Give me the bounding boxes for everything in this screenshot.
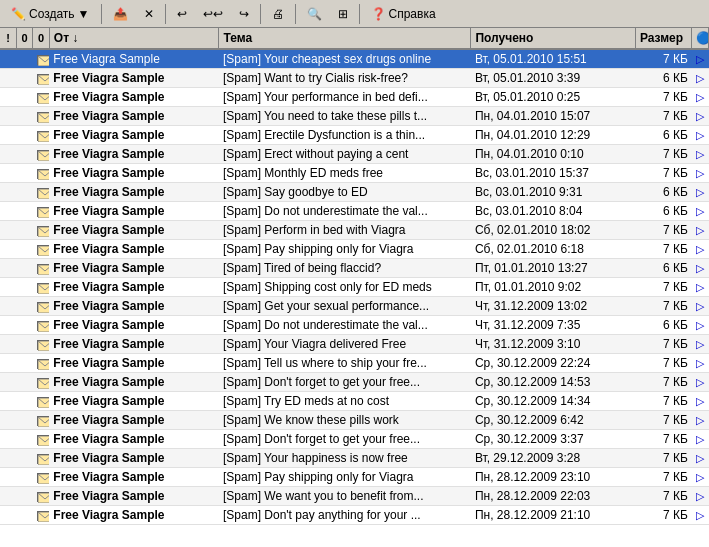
- envelope-icon: [37, 93, 49, 103]
- attach-cell: [16, 354, 32, 373]
- create-dropdown-icon[interactable]: ▼: [78, 7, 90, 21]
- flag-cell: [0, 487, 16, 506]
- spam-flag-icon: ▷: [696, 281, 704, 293]
- col-header-attach[interactable]: 0: [16, 28, 32, 49]
- print-button[interactable]: 🖨: [265, 4, 291, 24]
- table-row[interactable]: Free Viagra Sample [Spam] Tired of being…: [0, 259, 709, 278]
- table-row[interactable]: Free Viagra Sample [Spam] Tell us where …: [0, 354, 709, 373]
- received-cell: Вт, 05.01.2010 0:25: [471, 88, 636, 107]
- spam-flag-icon: ▷: [696, 471, 704, 483]
- table-row[interactable]: Free Viagra Sample [Spam] Your happiness…: [0, 449, 709, 468]
- envelope-icon: [37, 473, 49, 483]
- table-row[interactable]: Free Viagra Sample [Spam] Don't forget t…: [0, 373, 709, 392]
- find-button[interactable]: ⊞: [331, 4, 355, 24]
- from-cell: Free Viagra Sample: [49, 183, 219, 202]
- from-cell: Free Viagra Sample: [49, 487, 219, 506]
- spam-cell: ▷: [692, 316, 709, 335]
- subject-cell: [Spam] Erectile Dysfunction is a thin...: [219, 126, 471, 145]
- col-header-spam[interactable]: 🔵: [692, 28, 709, 49]
- table-row[interactable]: Free Viagra Sample [Spam] Pay shipping o…: [0, 468, 709, 487]
- reply-all-button[interactable]: ↩↩: [196, 4, 230, 24]
- table-row[interactable]: Free Viagra Sample [Spam] Get your sexua…: [0, 297, 709, 316]
- table-row[interactable]: Free Viagra Sample [Spam] We want you to…: [0, 487, 709, 506]
- from-cell: Free Viagra Sample: [49, 202, 219, 221]
- received-cell: Пт, 01.01.2010 13:27: [471, 259, 636, 278]
- flag-cell: [0, 107, 16, 126]
- from-cell: Free Viagra Sample: [49, 411, 219, 430]
- received-cell: Вс, 03.01.2010 15:37: [471, 164, 636, 183]
- envelope-icon: [37, 264, 49, 274]
- attach-cell: [16, 259, 32, 278]
- envelope-icon: [37, 511, 49, 521]
- table-row[interactable]: Free Viagra Sample [Spam] Don't pay anyt…: [0, 506, 709, 525]
- table-row[interactable]: Free Viagra Sample [Spam] Your Viagra de…: [0, 335, 709, 354]
- col-header-read[interactable]: 0: [33, 28, 49, 49]
- table-row[interactable]: Free Viagra Sample [Spam] We know these …: [0, 411, 709, 430]
- table-row[interactable]: Free Viagra Sample [Spam] You need to ta…: [0, 107, 709, 126]
- read-cell: [33, 107, 49, 126]
- delete-icon: ✕: [144, 7, 154, 21]
- create-icon: ✏️: [11, 7, 26, 21]
- attach-cell: [16, 449, 32, 468]
- send-recv-button[interactable]: 📤: [106, 4, 135, 24]
- create-button[interactable]: ✏️ Создать ▼: [4, 4, 97, 24]
- separator-3: [260, 4, 261, 24]
- read-cell: [33, 240, 49, 259]
- spam-flag-icon: ▷: [696, 319, 704, 331]
- attach-cell: [16, 506, 32, 525]
- forward-icon: ↪: [239, 7, 249, 21]
- subject-cell: [Spam] Your cheapest sex drugs online: [219, 49, 471, 69]
- table-row[interactable]: Free Viagra Sample [Spam] Don't forget t…: [0, 430, 709, 449]
- email-table: ! 0 0 От ↓ Тема Получено Размер 🔵 Free V…: [0, 28, 709, 525]
- from-cell: Free Viagra Sample: [49, 430, 219, 449]
- col-header-from[interactable]: От ↓: [49, 28, 219, 49]
- table-row[interactable]: Free Viagra Sample [Spam] Want to try Ci…: [0, 69, 709, 88]
- print-icon: 🖨: [272, 7, 284, 21]
- table-row[interactable]: Free Viagra Sample [Spam] Erect without …: [0, 145, 709, 164]
- help-button[interactable]: ❓ Справка: [364, 4, 443, 24]
- attach-cell: [16, 49, 32, 69]
- col-header-received[interactable]: Получено: [471, 28, 636, 49]
- table-row[interactable]: Free Viagra Sample [Spam] Do not underes…: [0, 202, 709, 221]
- received-cell: Пн, 28.12.2009 22:03: [471, 487, 636, 506]
- spam-cell: ▷: [692, 202, 709, 221]
- size-cell: 6 КБ: [635, 126, 692, 145]
- delete-button[interactable]: ✕: [137, 4, 161, 24]
- table-row[interactable]: Free Viagra Sample [Spam] Pay shipping o…: [0, 240, 709, 259]
- spam-flag-icon: ▷: [696, 300, 704, 312]
- table-row[interactable]: Free Viagra Sample [Spam] Try ED meds at…: [0, 392, 709, 411]
- table-row[interactable]: Free Viagra Sample [Spam] Say goodbye to…: [0, 183, 709, 202]
- spam-flag-icon: ▷: [696, 243, 704, 255]
- spam-flag-icon: ▷: [696, 53, 704, 65]
- col-header-size[interactable]: Размер: [635, 28, 692, 49]
- table-row[interactable]: Free Viagra Sample [Spam] Your cheapest …: [0, 49, 709, 69]
- spam-flag-icon: ▷: [696, 91, 704, 103]
- table-row[interactable]: Free Viagra Sample [Spam] Erectile Dysfu…: [0, 126, 709, 145]
- spam-cell: ▷: [692, 126, 709, 145]
- size-cell: 7 КБ: [635, 411, 692, 430]
- col-header-subject[interactable]: Тема: [219, 28, 471, 49]
- table-row[interactable]: Free Viagra Sample [Spam] Perform in bed…: [0, 221, 709, 240]
- received-cell: Сб, 02.01.2010 6:18: [471, 240, 636, 259]
- subject-cell: [Spam] Don't pay anything for your ...: [219, 506, 471, 525]
- read-cell: [33, 164, 49, 183]
- search-button[interactable]: 🔍: [300, 4, 329, 24]
- size-cell: 7 КБ: [635, 335, 692, 354]
- read-cell: [33, 183, 49, 202]
- subject-cell: [Spam] Pay shipping only for Viagra: [219, 468, 471, 487]
- from-cell: Free Viagra Sample: [49, 69, 219, 88]
- size-cell: 7 КБ: [635, 49, 692, 69]
- table-row[interactable]: Free Viagra Sample [Spam] Do not underes…: [0, 316, 709, 335]
- forward-button[interactable]: ↪: [232, 4, 256, 24]
- table-row[interactable]: Free Viagra Sample [Spam] Your performan…: [0, 88, 709, 107]
- table-row[interactable]: Free Viagra Sample [Spam] Monthly ED med…: [0, 164, 709, 183]
- read-cell: [33, 259, 49, 278]
- envelope-icon: [37, 435, 49, 445]
- table-row[interactable]: Free Viagra Sample [Spam] Shipping cost …: [0, 278, 709, 297]
- spam-cell: ▷: [692, 69, 709, 88]
- col-header-flag[interactable]: !: [0, 28, 16, 49]
- attach-cell: [16, 430, 32, 449]
- reply-button[interactable]: ↩: [170, 4, 194, 24]
- size-cell: 7 КБ: [635, 240, 692, 259]
- subject-cell: [Spam] Monthly ED meds free: [219, 164, 471, 183]
